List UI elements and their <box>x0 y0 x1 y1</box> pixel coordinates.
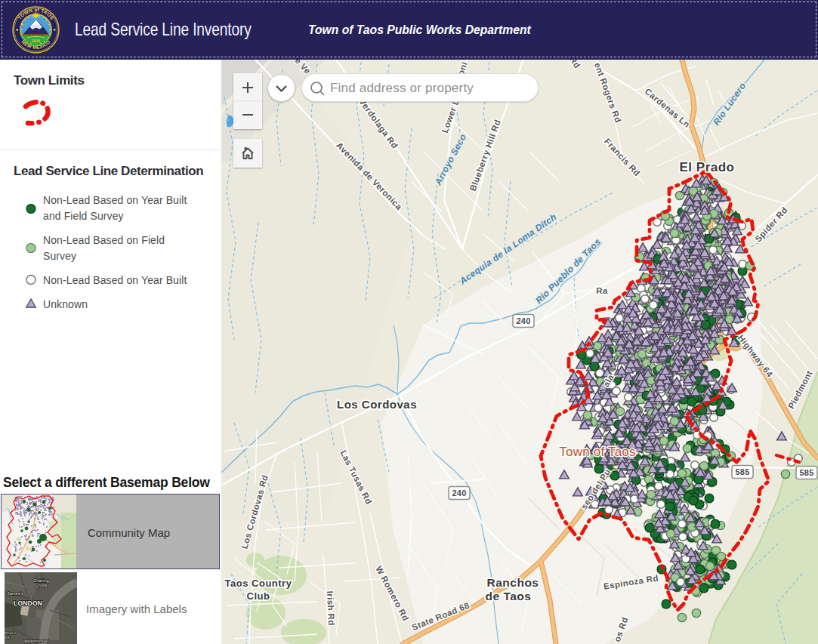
svg-text:Los Cordovas: Los Cordovas <box>337 398 417 411</box>
svg-text:240: 240 <box>452 488 466 498</box>
svg-text:1934: 1934 <box>32 39 41 43</box>
svg-text:LONDON: LONDON <box>14 599 42 607</box>
svg-text:El Prado: El Prado <box>680 160 735 174</box>
svg-text:Ranchos: Ranchos <box>487 576 539 589</box>
svg-text:Town of Taos: Town of Taos <box>559 445 635 459</box>
svg-text:ames's: ames's <box>5 631 17 635</box>
svg-text:585: 585 <box>799 468 813 477</box>
svg-text:Cross: Cross <box>35 583 47 587</box>
svg-text:de Taos: de Taos <box>486 590 532 602</box>
svg-text:Club: Club <box>247 590 270 602</box>
svg-text:240: 240 <box>516 316 530 325</box>
svg-text:Ra: Ra <box>596 286 608 295</box>
svg-text:Taos Country: Taos Country <box>225 578 292 589</box>
svg-text:ark: ark <box>5 636 10 639</box>
svg-text:585: 585 <box>735 467 749 476</box>
svg-text:t James's: t James's <box>5 591 23 596</box>
svg-text:Irish Rd: Irish Rd <box>326 591 336 627</box>
svg-text:Westminster: Westminster <box>24 639 49 643</box>
